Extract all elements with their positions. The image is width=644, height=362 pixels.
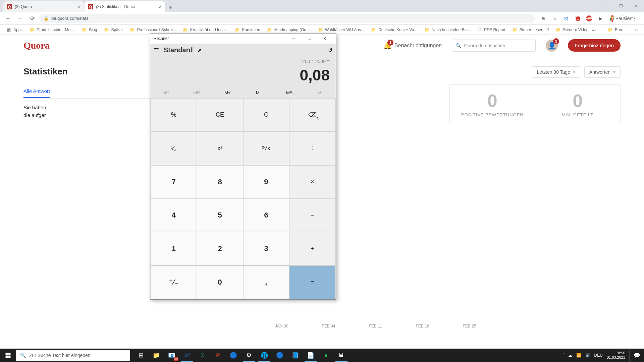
key-2[interactable]: 2 bbox=[197, 232, 243, 265]
ask-question-button[interactable]: Frage hinzufügen bbox=[568, 39, 621, 52]
start-button[interactable] bbox=[0, 349, 16, 362]
key-3[interactable]: 3 bbox=[244, 232, 289, 265]
key-sqrt[interactable]: ²√x bbox=[244, 132, 289, 165]
bookmark-item[interactable]: 📁Kursideen bbox=[232, 26, 263, 34]
taskbar-search[interactable]: 🔍 Zur Suche Text hier eingeben bbox=[16, 350, 130, 361]
stat-shares[interactable]: 0 MAL GETEILT bbox=[535, 85, 621, 124]
key-1[interactable]: 1 bbox=[151, 232, 197, 265]
notifications-button[interactable]: 🔔 Benachrichtigungen 1 bbox=[383, 42, 442, 50]
key-square[interactable]: x² bbox=[197, 132, 243, 165]
task-view-icon[interactable]: ⊞ bbox=[133, 349, 148, 362]
key-9[interactable]: 9 bbox=[244, 166, 289, 198]
key-c[interactable]: C bbox=[244, 99, 289, 131]
language-indicator[interactable]: DEU bbox=[594, 353, 603, 358]
bookmark-item[interactable]: 📁Steuer Lesen !!!! bbox=[509, 26, 551, 34]
bookmark-item[interactable]: 📁Produktsuche - Mer... bbox=[26, 26, 77, 34]
powerpoint-icon[interactable]: P bbox=[211, 349, 225, 362]
app-icon[interactable]: 📘 bbox=[288, 349, 303, 362]
bookmark-item[interactable]: 📁Mindmapping (Gru... bbox=[264, 26, 314, 34]
maximize-icon[interactable]: ☐ bbox=[613, 1, 629, 11]
notepad-icon[interactable]: 📄 bbox=[303, 349, 318, 362]
history-icon[interactable]: ↺ bbox=[328, 47, 332, 53]
key-8[interactable]: 8 bbox=[197, 166, 243, 198]
filter-timerange[interactable]: Letzten 30 Tage ▾ bbox=[532, 66, 580, 78]
key-5[interactable]: 5 bbox=[197, 199, 243, 232]
key-4[interactable]: 4 bbox=[151, 199, 197, 232]
excel-icon[interactable]: X bbox=[195, 349, 210, 362]
menu-icon[interactable]: ⋮ bbox=[631, 15, 638, 22]
key-reciprocal[interactable]: ¹⁄ₓ bbox=[151, 132, 197, 165]
edge-icon[interactable]: 🔵 bbox=[272, 349, 287, 362]
bookmark-item[interactable]: 📁Professionell Schrei... bbox=[127, 26, 179, 34]
mem-mminus[interactable]: M- bbox=[243, 87, 274, 98]
quora-logo[interactable]: Quora bbox=[23, 40, 50, 51]
action-center-icon[interactable]: 💬 bbox=[629, 349, 644, 362]
bookmark-item[interactable]: 📁Wahlfächer WU Aus... bbox=[315, 26, 367, 34]
word-icon[interactable]: W bbox=[180, 349, 195, 362]
extension-tag-icon[interactable]: 🏷️1 bbox=[574, 15, 581, 22]
extension-iq-icon[interactable]: IQ bbox=[563, 15, 570, 22]
close-icon[interactable]: ✕ bbox=[629, 1, 644, 11]
mail-icon[interactable]: 📧99 bbox=[164, 349, 179, 362]
key-subtract[interactable]: − bbox=[289, 199, 335, 232]
key-7[interactable]: 7 bbox=[151, 166, 197, 198]
browser-tab-1[interactable]: Q (3) Statistiken - Quora × bbox=[85, 1, 165, 12]
pin-icon[interactable]: ⬈ bbox=[198, 48, 202, 53]
calculator-titlebar[interactable]: Rechner ─ ☐ ✕ bbox=[150, 34, 336, 44]
bookmark-item[interactable]: 📁Blog bbox=[79, 26, 100, 34]
zoom-icon[interactable]: ⊕ bbox=[540, 15, 547, 22]
mem-mplus[interactable]: M+ bbox=[212, 87, 243, 98]
maximize-icon[interactable]: ☐ bbox=[302, 34, 317, 44]
key-add[interactable]: + bbox=[289, 232, 335, 265]
close-icon[interactable]: × bbox=[159, 4, 162, 9]
bookmark-item[interactable]: 📁Später bbox=[101, 26, 125, 34]
minimize-icon[interactable]: ─ bbox=[286, 34, 302, 44]
browser-tab-0[interactable]: Q (3) Quora × bbox=[3, 1, 84, 12]
mem-ms[interactable]: MS bbox=[274, 87, 305, 98]
bookmark-item[interactable]: 📁Noch hochladen Bu... bbox=[421, 26, 473, 34]
extension-video-icon[interactable]: ▶ bbox=[597, 15, 604, 22]
bookmark-item[interactable]: 📁Deutsche Kurs + Vo... bbox=[368, 26, 420, 34]
key-divide[interactable]: ÷ bbox=[289, 132, 335, 165]
key-negate[interactable]: ⁺⁄₋ bbox=[151, 266, 197, 299]
extension-abp-icon[interactable]: ABP bbox=[586, 15, 592, 22]
key-6[interactable]: 6 bbox=[244, 199, 289, 232]
clock[interactable]: 18:50 01.03.2021 bbox=[607, 351, 625, 360]
key-backspace[interactable]: ⌫ bbox=[289, 99, 335, 131]
spotify-icon[interactable]: ● bbox=[319, 349, 333, 362]
bookmarks-overflow[interactable]: » bbox=[632, 27, 641, 33]
chrome-icon[interactable]: 🌐 bbox=[257, 349, 272, 362]
obs-icon[interactable]: ⚙ bbox=[241, 349, 256, 362]
key-decimal[interactable]: , bbox=[244, 266, 289, 299]
reload-button[interactable]: ⟳ bbox=[28, 14, 37, 23]
close-icon[interactable]: × bbox=[78, 4, 80, 9]
volume-icon[interactable]: 🔊 bbox=[585, 353, 590, 358]
bookmark-item[interactable]: 📁Steuern Videos wic... bbox=[553, 26, 604, 34]
url-input[interactable]: 🔒 de.quora.com/stats bbox=[40, 14, 535, 23]
key-ce[interactable]: CE bbox=[197, 99, 243, 131]
bookmark-item[interactable]: 📁Büro bbox=[605, 26, 626, 34]
close-icon[interactable]: ✕ bbox=[317, 34, 332, 44]
stat-upvotes[interactable]: 0 POSITIVE BEWERTUNGEN bbox=[450, 85, 535, 124]
calculator-icon[interactable]: 🖩 bbox=[334, 349, 349, 362]
tab-all-answers[interactable]: Alle Antwort bbox=[23, 85, 50, 98]
bookmark-item[interactable]: 📁Kreativität und Insp... bbox=[180, 26, 231, 34]
star-icon[interactable]: ☆ bbox=[551, 15, 558, 22]
tray-overflow-icon[interactable]: ˄ bbox=[562, 353, 564, 358]
new-tab-button[interactable]: + bbox=[166, 3, 175, 12]
key-0[interactable]: 0 bbox=[197, 266, 243, 299]
user-avatar[interactable]: 👤 2 bbox=[546, 40, 558, 52]
profile-button[interactable]: T Pausiert bbox=[620, 15, 627, 22]
file-explorer-icon[interactable]: 📁 bbox=[149, 349, 164, 362]
hamburger-icon[interactable]: ☰ bbox=[154, 47, 159, 54]
search-input[interactable]: 🔍 Quora durchsuchen bbox=[452, 40, 536, 52]
cloud-icon[interactable]: ☁ bbox=[568, 353, 572, 358]
back-button[interactable]: ← bbox=[3, 14, 13, 23]
bookmark-apps[interactable]: ▦Apps bbox=[3, 26, 25, 34]
key-multiply[interactable]: × bbox=[289, 166, 335, 198]
bookmark-item[interactable]: 📄PDF Report bbox=[474, 26, 508, 34]
app-icon[interactable]: 🔵 bbox=[226, 349, 241, 362]
minimize-icon[interactable]: ─ bbox=[598, 1, 613, 11]
key-equals[interactable]: = bbox=[289, 266, 335, 299]
key-percent[interactable]: % bbox=[151, 99, 197, 131]
